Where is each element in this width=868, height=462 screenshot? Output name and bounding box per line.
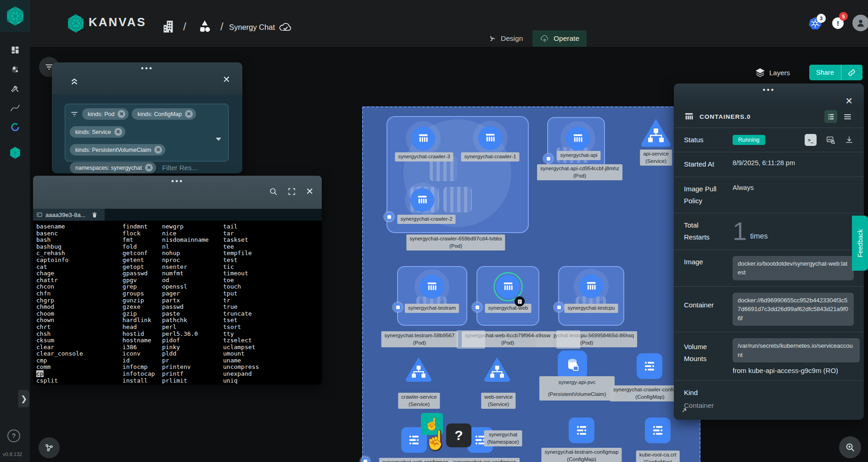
- trash-icon[interactable]: [91, 212, 98, 218]
- chip-remove-icon[interactable]: ✕: [185, 110, 193, 118]
- chip-remove-icon[interactable]: ✕: [114, 128, 122, 136]
- chip-remove-icon[interactable]: ✕: [154, 146, 162, 154]
- configmap-node-kube-root[interactable]: [645, 417, 671, 443]
- organization-icon[interactable]: [162, 18, 175, 35]
- download-logs-icon[interactable]: [845, 135, 854, 145]
- filter-chip[interactable]: kinds: Service✕: [70, 126, 125, 138]
- filter-input-box[interactable]: kinds: Pod✕ kinds: ConfigMap✕ kinds: Ser…: [65, 104, 229, 161]
- configmap-node-testram[interactable]: [569, 417, 594, 443]
- pod-box-api[interactable]: synergychat-api: [547, 117, 605, 170]
- sidebar-item-dashboard[interactable]: [0, 40, 30, 60]
- container-node-testcpu[interactable]: [579, 274, 603, 298]
- chip-remove-icon[interactable]: ✕: [118, 110, 125, 118]
- image-value[interactable]: docker.io/bootdotdev/synergychat-web:lat…: [733, 256, 854, 280]
- pod-badge[interactable]: [554, 303, 563, 312]
- terminal-output[interactable]: basename findmnt newgrp tail basenc floc…: [33, 221, 322, 384]
- drag-handle[interactable]: •••: [674, 83, 864, 92]
- filter-chip[interactable]: kinds: PersistentVolumeClaim✕: [70, 144, 165, 156]
- zoom-button[interactable]: [839, 436, 861, 458]
- container-node-web[interactable]: [496, 275, 520, 299]
- copy-link-button[interactable]: [841, 65, 862, 80]
- layers-button[interactable]: Layers: [755, 65, 790, 80]
- configmap-node-crawler[interactable]: [637, 353, 662, 379]
- chip-remove-icon[interactable]: ✕: [145, 164, 153, 172]
- layers-label: Layers: [769, 69, 790, 77]
- configmap-icon: [643, 359, 656, 373]
- shell-badge[interactable]: [515, 296, 525, 306]
- kubernetes-count-badge[interactable]: 3: [817, 14, 826, 23]
- container-node-crawler-3[interactable]: [411, 127, 435, 150]
- close-icon[interactable]: ✕: [223, 75, 230, 84]
- container-node-crawler-1[interactable]: [478, 126, 502, 150]
- container-icon: [426, 280, 438, 293]
- filter-chip[interactable]: kinds: ConfigMap✕: [132, 108, 196, 120]
- share-button[interactable]: Share: [809, 65, 841, 80]
- search-icon[interactable]: [269, 187, 278, 196]
- terminal-tab[interactable]: aaaa39e3-8a...: [33, 209, 105, 221]
- pod-label-api: synergychat-api-cd954ccbf-j8mhz(Pod): [537, 164, 622, 180]
- mouse-cursor-hand: ☝: [424, 429, 447, 451]
- service-node-crawler-service[interactable]: [404, 356, 433, 382]
- kanvas-logo-icon[interactable]: [67, 13, 85, 33]
- pod-badge[interactable]: [544, 154, 553, 163]
- help-button[interactable]: ?: [7, 429, 20, 442]
- container-icon: [585, 280, 598, 293]
- pod-crawler-group[interactable]: synergychat-crawler-3 synergychat-crawle…: [386, 116, 529, 233]
- details-panel: ••• ✕ CONTAINERS.0 Status Running >_ Sta…: [674, 83, 864, 420]
- sidebar-item-kanvas-active[interactable]: [0, 143, 30, 162]
- service-node-web-service[interactable]: [483, 356, 511, 382]
- volume-path-value[interactable]: /var/run/secrets/kubernetes.io/serviceac…: [733, 338, 860, 362]
- workspace-icon[interactable]: [198, 19, 212, 34]
- terminal-header[interactable]: ••• ✕: [33, 176, 322, 209]
- configmap-label-web: synergychat-web-configmap(ConfigMap): [379, 458, 452, 462]
- detail-view-toggle[interactable]: [824, 110, 837, 123]
- feedback-tab[interactable]: Feedback: [852, 216, 868, 271]
- container-node-api[interactable]: [566, 127, 590, 150]
- pod-box-web[interactable]: synergychat-web: [476, 266, 539, 326]
- pod-badge[interactable]: [393, 303, 402, 312]
- hint-question-button[interactable]: ?: [446, 423, 471, 447]
- node-label: synergychat-crawler-3: [395, 152, 453, 161]
- close-icon[interactable]: ✕: [306, 187, 314, 196]
- volume-source-note: from kube-api-access-g9c9m (RO): [733, 367, 860, 374]
- notification-count-badge[interactable]: 5: [839, 12, 848, 21]
- collapse-icon[interactable]: [69, 75, 79, 86]
- pod-box-testram[interactable]: synergychat-testram: [397, 266, 467, 326]
- meshery-logo[interactable]: [0, 0, 30, 32]
- open-terminal-button[interactable]: >_: [805, 134, 817, 146]
- sidebar-expand-tab[interactable]: ❯: [18, 390, 29, 407]
- pod-badge[interactable]: [385, 212, 393, 221]
- details-panel-header[interactable]: ••• ✕: [674, 83, 864, 107]
- sidebar-item-toolbox[interactable]: [0, 79, 30, 98]
- filter-chip[interactable]: namespaces: synergychat✕: [70, 162, 156, 173]
- breadcrumb-project-name[interactable]: Synergy Chat: [229, 23, 275, 32]
- sidebar-item-lifecycle[interactable]: [0, 60, 30, 79]
- fullscreen-icon[interactable]: [288, 188, 296, 195]
- image-inspect-icon[interactable]: [826, 135, 835, 145]
- chip-label: kinds: Service: [75, 129, 111, 135]
- container-id-value[interactable]: docker://6d96990655cc952b4423304f3c57d66…: [733, 293, 854, 326]
- expand-panel-icon[interactable]: [679, 407, 687, 415]
- avatar[interactable]: [852, 15, 868, 31]
- tab-operate[interactable]: Operate: [532, 30, 587, 47]
- tab-design[interactable]: Design: [480, 30, 530, 47]
- filter-chip[interactable]: kinds: Pod✕: [82, 108, 129, 120]
- filter-panel-header[interactable]: ••• ✕: [52, 62, 242, 95]
- namespace-badge[interactable]: [361, 457, 370, 462]
- pvc-node[interactable]: [558, 351, 587, 380]
- container-node-crawler-2[interactable]: [410, 188, 434, 212]
- filter-search-input[interactable]: Filter Res...: [162, 164, 197, 172]
- pod-badge[interactable]: [473, 303, 482, 312]
- namespace-synergychat[interactable]: synergychat-crawler-3 synergychat-crawle…: [362, 106, 700, 462]
- pod-box-testcpu[interactable]: synergychat-testcpu: [558, 266, 624, 326]
- chevron-down-icon[interactable]: [215, 137, 222, 142]
- list-view-toggle[interactable]: [841, 110, 854, 123]
- drag-handle[interactable]: •••: [33, 176, 322, 184]
- drag-handle[interactable]: •••: [52, 62, 242, 71]
- service-node-api-service[interactable]: [640, 117, 672, 147]
- sidebar-item-relationships[interactable]: [0, 98, 30, 117]
- sidebar-item-catalog[interactable]: [0, 117, 30, 137]
- close-icon[interactable]: ✕: [845, 96, 853, 106]
- container-node-testram[interactable]: [420, 275, 444, 299]
- canvas-actions-button[interactable]: [39, 437, 60, 458]
